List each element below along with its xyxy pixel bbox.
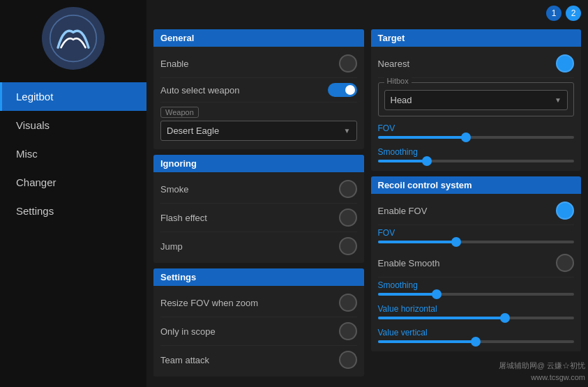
section-target-header: Target [371, 29, 582, 47]
sidebar-item-visuals[interactable]: Visuals [0, 111, 146, 139]
sidebar-item-legitbot[interactable]: Legitbot [0, 82, 146, 111]
target-smoothing-fill [378, 160, 427, 162]
value-vertical-slider-row: Value vertical [378, 325, 575, 349]
dropdown-arrow-icon: ▼ [344, 127, 351, 135]
tab-2[interactable]: 2 [566, 6, 581, 21]
target-fov-label: FOV [378, 123, 575, 133]
team-attack-label: Team attack [160, 355, 209, 365]
recoil-fov-label: FOV [378, 228, 575, 238]
section-general-header: General [153, 29, 364, 47]
nearest-label: Nearest [378, 59, 410, 69]
recoil-smoothing-label: Smoothing [378, 280, 575, 290]
auto-select-toggle[interactable] [328, 83, 357, 97]
target-smoothing-slider-row: Smoothing [378, 144, 575, 168]
only-in-scope-label: Only in scope [160, 326, 216, 337]
row-team-attack: Team attack [160, 346, 357, 374]
section-recoil: Recoil control system Enable FOV FOV Ena… [371, 176, 582, 351]
section-target: Target Nearest Hitbox Head ▼ [371, 29, 582, 171]
smoke-toggle[interactable] [339, 180, 357, 198]
target-smoothing-track[interactable] [378, 160, 575, 162]
tab-1[interactable]: 1 [546, 6, 561, 21]
section-ignoring-header: Ignoring [153, 155, 364, 172]
jump-toggle[interactable] [339, 237, 357, 255]
value-vertical-fill [378, 340, 476, 343]
sidebar-item-settings[interactable]: Settings [0, 197, 146, 225]
recoil-smoothing-slider-row: Smoothing [378, 278, 575, 301]
value-horizontal-track[interactable] [378, 317, 575, 319]
target-smoothing-label: Smoothing [378, 147, 575, 157]
section-settings: Settings Resize FOV when zoom Only in sc… [153, 268, 364, 377]
enable-smooth-toggle[interactable] [556, 254, 574, 272]
section-recoil-body: Enable FOV FOV Enable Smooth [371, 194, 582, 351]
flash-effect-toggle[interactable] [339, 208, 357, 227]
recoil-fov-fill [378, 241, 457, 243]
section-general: General Enable Auto select weapon Weapon… [153, 29, 364, 149]
row-resize-fov: Resize FOV when zoom [160, 289, 357, 317]
weapon-dropdown[interactable]: Desert Eagle ▼ [160, 121, 357, 141]
hitbox-group-label: Hitbox [384, 77, 412, 85]
section-recoil-header: Recoil control system [371, 176, 582, 194]
value-vertical-track[interactable] [378, 340, 575, 343]
target-fov-thumb[interactable] [461, 132, 471, 142]
main-content: 1 2 General Enable Auto select weapon We… [146, 0, 588, 387]
value-vertical-thumb[interactable] [471, 337, 481, 347]
row-auto-select-weapon: Auto select weapon [160, 78, 357, 103]
right-column: Target Nearest Hitbox Head ▼ [371, 8, 582, 379]
hitbox-dropdown-wrapper: Head ▼ [384, 90, 568, 110]
section-ignoring: Ignoring Smoke Flash effect Jump [153, 155, 364, 263]
section-settings-header: Settings [153, 268, 364, 286]
target-fov-track[interactable] [378, 136, 575, 139]
row-enable-fov: Enable FOV [378, 197, 575, 225]
target-smoothing-thumb[interactable] [422, 156, 432, 166]
value-horizontal-slider-row: Value horizontal [378, 301, 575, 325]
team-attack-toggle[interactable] [339, 351, 357, 369]
section-general-body: Enable Auto select weapon Weapon Desert … [153, 47, 364, 149]
recoil-fov-slider-row: FOV [378, 225, 575, 249]
value-vertical-label: Value vertical [378, 328, 575, 337]
jump-label: Jump [160, 241, 183, 252]
left-column: General Enable Auto select weapon Weapon… [153, 8, 364, 379]
flash-effect-label: Flash effect [160, 213, 207, 223]
enable-fov-toggle[interactable] [556, 202, 574, 220]
recoil-fov-track[interactable] [378, 241, 575, 243]
logo [42, 7, 105, 70]
hitbox-group: Hitbox Head ▼ [378, 82, 575, 116]
recoil-fov-thumb[interactable] [451, 237, 461, 247]
auto-select-label: Auto select weapon [160, 85, 239, 96]
row-jump: Jump [160, 232, 357, 260]
value-horizontal-thumb[interactable] [500, 313, 510, 323]
enable-fov-label: Enable FOV [378, 206, 428, 216]
hitbox-dropdown-arrow-icon: ▼ [555, 96, 561, 104]
value-horizontal-label: Value horizontal [378, 304, 575, 314]
weapon-group-label: Weapon [160, 107, 199, 118]
resize-fov-label: Resize FOV when zoom [160, 298, 258, 308]
enable-smooth-label: Enable Smooth [378, 258, 440, 268]
row-smoke: Smoke [160, 175, 357, 204]
row-only-in-scope: Only in scope [160, 317, 357, 346]
row-enable-smooth: Enable Smooth [378, 249, 575, 278]
enable-label: Enable [160, 59, 188, 69]
row-flash-effect: Flash effect [160, 204, 357, 232]
target-fov-slider-row: FOV [378, 121, 575, 144]
hitbox-dropdown[interactable]: Head ▼ [384, 90, 568, 110]
sidebar-item-changer[interactable]: Changer [0, 168, 146, 197]
recoil-smoothing-fill [378, 293, 437, 296]
nearest-toggle[interactable] [556, 54, 574, 73]
section-ignoring-body: Smoke Flash effect Jump [153, 172, 364, 263]
sidebar: Legitbot Visuals Misc Changer Settings [0, 0, 146, 387]
weapon-dropdown-wrapper: Weapon Desert Eagle ▼ [160, 103, 357, 146]
sidebar-item-misc[interactable]: Misc [0, 139, 146, 168]
target-fov-fill [378, 136, 467, 139]
section-target-body: Nearest Hitbox Head ▼ FOV [371, 47, 582, 171]
row-nearest: Nearest [378, 50, 575, 78]
recoil-smoothing-track[interactable] [378, 293, 575, 296]
value-horizontal-fill [378, 317, 506, 319]
svg-point-0 [50, 15, 97, 62]
recoil-smoothing-thumb[interactable] [432, 289, 442, 299]
smoke-label: Smoke [160, 184, 188, 195]
only-in-scope-toggle[interactable] [339, 322, 357, 340]
resize-fov-toggle[interactable] [339, 294, 357, 312]
enable-toggle[interactable] [339, 54, 357, 73]
row-enable: Enable [160, 50, 357, 78]
section-settings-body: Resize FOV when zoom Only in scope Team … [153, 286, 364, 377]
